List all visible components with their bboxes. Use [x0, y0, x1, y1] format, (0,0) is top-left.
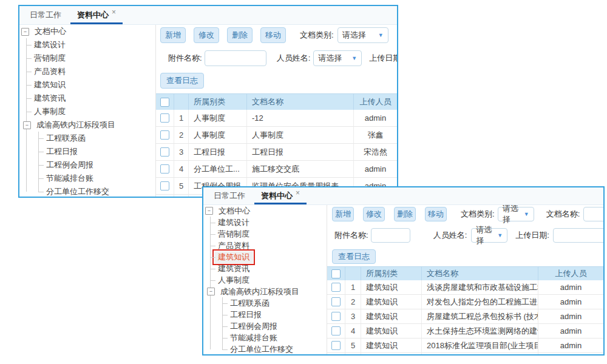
document-panel: 新增 修改 删除 移动 文档类别: 请选择 ▼ 文档名称: 附件名称: 人员姓名… [327, 205, 603, 355]
upload-date-input[interactable] [553, 228, 603, 243]
tree-item[interactable]: 工程日报 [19, 145, 155, 158]
tree-item[interactable]: 建筑设计 [19, 38, 155, 52]
tab-data-center[interactable]: 资料中心 × [69, 6, 124, 24]
attachment-name-input[interactable] [205, 50, 266, 66]
row-checkbox[interactable] [160, 113, 169, 123]
tree-item-label: 人事制度 [30, 106, 69, 118]
row-checkbox[interactable] [160, 164, 169, 174]
tab-daily-work[interactable]: 日常工作 [22, 6, 69, 24]
table-row[interactable]: 2建筑知识对发包人指定分包的工程施工进度安...admin [327, 295, 603, 309]
row-checkbox[interactable] [160, 130, 169, 140]
add-button[interactable]: 新增 [332, 207, 354, 221]
tree-item[interactable]: 营销制度 [19, 52, 155, 65]
row-checkbox[interactable] [160, 181, 169, 190]
edit-button[interactable]: 修改 [363, 207, 385, 221]
table-row[interactable]: 3建筑知识房屋建筑工程总承包投标书 (技术标...admin [327, 309, 603, 324]
collapse-icon[interactable]: − [21, 28, 29, 36]
column-header-category[interactable]: 所属别类 [361, 267, 422, 280]
tree-item[interactable]: 营销制度 [203, 228, 327, 240]
tree-item-label: 节能减排台账 [42, 172, 97, 184]
column-header-category[interactable]: 所属别类 [189, 94, 247, 110]
column-header-doc-name[interactable]: 文档名称 [422, 267, 538, 280]
row-number: 3 [174, 144, 189, 160]
select-all-checkbox[interactable] [160, 98, 169, 107]
table-row[interactable]: 3工程日报工程日报宋浩然 [156, 144, 397, 161]
row-checkbox-cell [327, 295, 345, 309]
cell-category: 建筑知识 [361, 309, 422, 323]
table-row[interactable]: 4建筑知识水土保持生态环境监测网络的建设与...admin [327, 324, 603, 339]
table-row[interactable]: 1人事制度-12admin [156, 110, 397, 127]
collapse-icon[interactable]: − [207, 288, 215, 295]
column-header-doc-name[interactable]: 文档名称 [247, 94, 354, 110]
tree-item[interactable]: 建筑知识 [203, 251, 327, 263]
person-name-select[interactable]: 请选择 ▼ [313, 50, 362, 66]
tree-item[interactable]: −文档中心 [19, 25, 155, 38]
delete-button[interactable]: 删除 [394, 207, 416, 221]
tree-item-label: 成渝高铁内江标段项目 [217, 286, 303, 298]
person-name-label: 人员姓名: [433, 230, 467, 241]
tree-item[interactable]: 产品资料 [203, 240, 327, 251]
tree-item[interactable]: 工程例会周报 [203, 320, 327, 332]
row-checkbox-cell [156, 178, 174, 194]
move-button[interactable]: 移动 [425, 207, 447, 221]
tree-item[interactable]: 节能减排台账 [19, 172, 155, 185]
row-checkbox[interactable] [331, 297, 341, 306]
window-data-center-back: 日常工作 资料中心 × −文档中心建筑设计营销制度产品资料建筑知识建筑资讯人事制… [18, 5, 398, 198]
tree-item[interactable]: 工程联系函 [19, 132, 155, 145]
table-row[interactable]: 2人事制度人事制度张鑫 [156, 127, 397, 144]
edit-button[interactable]: 修改 [194, 27, 219, 43]
tree-item[interactable]: 建筑设计 [203, 217, 327, 228]
close-icon[interactable]: × [296, 189, 300, 197]
table-row[interactable]: 5建筑知识2018标准化监理项目部(业主项目部)...admin [327, 339, 603, 353]
tree-item[interactable]: 节能减排台账 [203, 332, 327, 343]
table-row[interactable]: 4分工单位工...施工移交交底admin [156, 161, 397, 178]
select-all-checkbox[interactable] [331, 269, 341, 278]
row-checkbox[interactable] [331, 283, 341, 292]
cell-category: 建筑知识 [361, 339, 422, 352]
tree-item[interactable]: 分工单位工作移交 [203, 343, 327, 355]
collapse-icon[interactable]: − [205, 207, 213, 215]
tree-item[interactable]: 产品资料 [19, 65, 155, 78]
move-button[interactable]: 移动 [260, 27, 286, 43]
row-checkbox[interactable] [160, 147, 169, 157]
delete-button[interactable]: 删除 [227, 27, 253, 43]
attachment-name-input[interactable] [371, 228, 410, 243]
doc-category-select[interactable]: 请选择 ▼ [337, 27, 388, 43]
tree-item[interactable]: −成渝高铁内江标段项目 [203, 286, 327, 297]
column-header-uploader[interactable]: 上传人员 [354, 94, 397, 110]
tree-item[interactable]: 工程联系函 [203, 297, 327, 309]
cell-doc-name: 房屋建筑工程总承包投标书 (技术标... [422, 309, 538, 323]
row-checkbox[interactable] [331, 326, 341, 335]
tree-item[interactable]: 人事制度 [203, 274, 327, 286]
tab-daily-work[interactable]: 日常工作 [206, 187, 253, 204]
cell-category: 分工单位工... [189, 161, 247, 177]
tree-item[interactable]: 人事制度 [19, 105, 155, 118]
column-header-uploader[interactable]: 上传人员 [538, 267, 603, 280]
doc-name-input[interactable] [583, 207, 603, 221]
table-row[interactable]: 1建筑知识浅谈房屋建筑和市政基础设施工程施...admin [327, 280, 603, 295]
tree-item[interactable]: −文档中心 [203, 205, 327, 217]
tree-item[interactable]: 建筑资讯 [203, 263, 327, 274]
person-name-select[interactable]: 请选择 ▼ [471, 228, 507, 243]
tree-item[interactable]: −成渝高铁内江标段项目 [19, 118, 155, 132]
close-icon[interactable]: × [112, 8, 116, 16]
collapse-icon[interactable]: − [23, 121, 31, 129]
row-checkbox[interactable] [331, 312, 341, 321]
doc-category-select[interactable]: 请选择 ▼ [498, 207, 534, 221]
table-row[interactable]: 6建筑知识建筑工程施工发包与承包违法行为认...admin [327, 353, 603, 355]
row-checkbox-cell [156, 127, 174, 143]
tab-data-center[interactable]: 资料中心 × [253, 187, 308, 204]
tree-item[interactable]: 工程例会周报 [19, 158, 155, 172]
cell-category: 建筑知识 [361, 280, 422, 294]
row-checkbox[interactable] [331, 341, 341, 350]
tree-item-label: 人事制度 [214, 274, 253, 286]
tree-item[interactable]: 建筑资讯 [19, 92, 155, 105]
tree-item[interactable]: 建筑知识 [19, 78, 155, 92]
tree-item[interactable]: 分工单位工作移交 [19, 185, 155, 197]
row-checkbox-cell [327, 353, 345, 355]
view-log-button[interactable]: 查看日志 [160, 73, 204, 89]
tree-item-label: 建筑设计 [30, 39, 69, 51]
add-button[interactable]: 新增 [160, 27, 186, 43]
view-log-button[interactable]: 查看日志 [332, 249, 376, 264]
tree-item[interactable]: 工程日报 [203, 309, 327, 320]
